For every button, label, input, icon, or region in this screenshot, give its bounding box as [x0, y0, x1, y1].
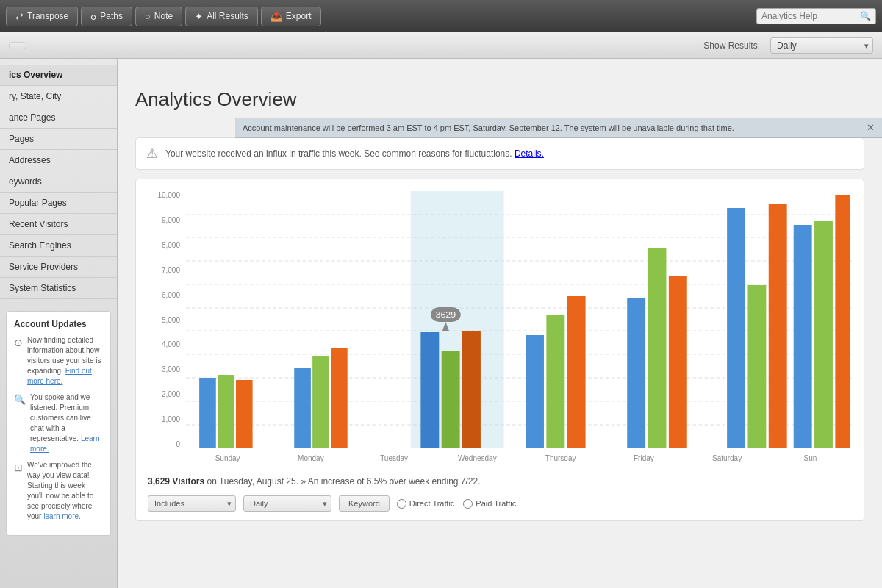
search-box: 🔍: [756, 8, 876, 24]
traffic-notice-text: Your website received an influx in traff…: [165, 148, 544, 159]
secondary-btn-1[interactable]: [9, 42, 26, 49]
y-label-5000: 5,000: [148, 316, 184, 324]
sidebar-item-keywords[interactable]: eywords: [0, 171, 117, 193]
bar-sat-unique: [814, 220, 833, 448]
bar-sat-returning: [835, 195, 850, 448]
bar-mon-returning: [331, 348, 348, 448]
update-text-1: Now finding detailed information about h…: [27, 335, 103, 387]
paid-traffic-radio[interactable]: [463, 499, 473, 509]
transpose-button[interactable]: ⇄ Transpose: [6, 7, 78, 26]
filter-includes-select[interactable]: Includes: [148, 495, 236, 512]
update-item-3: ⊡ We've improved the way you view data! …: [14, 460, 103, 522]
filter-keyword-button[interactable]: Keyword: [339, 495, 390, 512]
page-title: Analytics Overview: [135, 88, 864, 111]
bar-tue-unique: [442, 351, 460, 448]
update-item-2: 🔍 You spoke and we listened. Premium cus…: [14, 392, 103, 454]
y-label-0: 0: [148, 440, 184, 448]
update-icon-2: 🔍: [14, 393, 26, 454]
bar-thu-returning: [669, 276, 687, 448]
notification-text: Account maintenance will be performed 3 …: [243, 123, 734, 132]
top-toolbar: ⇄ Transpose ʊ Paths ○ Note ✦ All Results…: [0, 0, 882, 32]
svg-text:3629: 3629: [435, 310, 456, 319]
note-icon: ○: [145, 11, 151, 22]
bar-fri-unique: [747, 285, 766, 448]
x-label-sun2: Sun: [769, 450, 852, 470]
paths-button[interactable]: ʊ Paths: [81, 7, 132, 26]
export-label: Export: [286, 11, 312, 21]
sidebar-item-entrance[interactable]: ance Pages: [0, 107, 117, 129]
update-link-1[interactable]: Find out more here.: [27, 367, 92, 385]
sidebar-item-recent-visitors[interactable]: Recent Visitors: [0, 214, 117, 235]
x-label-sunday: Sunday: [186, 450, 269, 470]
filter-select-wrapper-1: Includes: [148, 495, 236, 512]
main-layout: ics Overview ry, State, City ance Pages …: [0, 59, 882, 588]
sidebar-item-service-providers[interactable]: Service Providers: [0, 257, 117, 278]
note-button[interactable]: ○ Note: [135, 7, 182, 26]
y-label-6000: 6,000: [148, 291, 184, 299]
update-text-3: We've improved the way you view data! St…: [27, 460, 103, 522]
bar-tue-returning: [462, 331, 481, 448]
bar-sun-unique: [218, 375, 234, 448]
bar-fri-visitors: [727, 208, 745, 448]
y-label-1000: 1,000: [148, 415, 184, 423]
sidebar-item-system-stats[interactable]: System Statistics: [0, 278, 117, 299]
sidebar-item-pages[interactable]: Pages: [0, 129, 117, 150]
note-label: Note: [154, 11, 173, 21]
update-text-2: You spoke and we listened. Premium custo…: [30, 392, 103, 454]
bar-wed-unique: [546, 315, 564, 448]
update-link-2[interactable]: Learn more.: [30, 434, 100, 453]
all-results-button[interactable]: ✦ All Results: [185, 7, 258, 26]
paths-icon: ʊ: [90, 11, 96, 22]
transpose-label: Transpose: [27, 11, 68, 21]
bar-sun-visitors: [199, 378, 216, 448]
all-results-icon: ✦: [195, 11, 203, 22]
export-button[interactable]: 📤 Export: [261, 7, 321, 26]
summary-date: on Tuesday, August 25. » An increase of …: [207, 476, 481, 487]
x-label-monday: Monday: [269, 450, 352, 470]
bar-sun-returning: [236, 380, 253, 448]
account-updates-title: Account Updates: [14, 319, 103, 329]
paths-label: Paths: [100, 11, 123, 21]
details-link[interactable]: Details.: [514, 148, 544, 159]
notification-close-button[interactable]: ✕: [867, 122, 875, 133]
transpose-icon: ⇄: [15, 11, 24, 22]
direct-traffic-label[interactable]: Direct Traffic: [397, 499, 455, 509]
filter-daily-select[interactable]: Daily: [243, 495, 331, 512]
export-icon: 📤: [270, 11, 282, 22]
filter-bar: Includes Daily Keyword Direct Traffic: [148, 490, 852, 514]
direct-traffic-radio[interactable]: [397, 499, 406, 509]
update-icon-1: ⊙: [14, 336, 23, 387]
warning-icon: ⚠: [146, 146, 158, 162]
search-input[interactable]: [761, 11, 857, 21]
show-results-select-wrapper: Daily: [770, 37, 873, 54]
show-results-select[interactable]: Daily: [770, 37, 873, 54]
x-label-wednesday: Wednesday: [436, 450, 519, 470]
traffic-type-radio-group: Direct Traffic Paid Traffic: [397, 499, 516, 509]
show-results-label: Show Results:: [703, 40, 760, 51]
bar-mon-unique: [312, 356, 329, 448]
sidebar-nav: ics Overview ry, State, City ance Pages …: [0, 65, 117, 299]
x-axis: Sunday Monday Tuesday Wednesday Thursday…: [186, 450, 852, 470]
y-axis: 0 1,000 2,000 3,000 4,000 5,000 6,000 7,…: [148, 191, 184, 448]
y-label-9000: 9,000: [148, 216, 184, 224]
all-results-label: All Results: [207, 11, 248, 21]
sidebar-item-search-engines[interactable]: Search Engines: [0, 235, 117, 257]
y-label-3000: 3,000: [148, 365, 184, 373]
sidebar-item-country[interactable]: ry, State, City: [0, 86, 117, 107]
x-label-saturday: Saturday: [686, 450, 769, 470]
y-label-2000: 2,000: [148, 390, 184, 398]
summary-visitors-count: 3,629 Visitors: [148, 476, 204, 487]
sidebar-item-overview[interactable]: ics Overview: [0, 65, 117, 86]
sidebar-item-popular[interactable]: Popular Pages: [0, 193, 117, 214]
y-label-4000: 4,000: [148, 340, 184, 348]
sidebar-item-addresses[interactable]: Addresses: [0, 150, 117, 171]
update-link-3[interactable]: learn more.: [43, 512, 81, 520]
secondary-toolbar: Show Results: Daily: [0, 32, 882, 59]
bar-thu-unique: [648, 248, 667, 448]
content-area: Account maintenance will be performed 3 …: [118, 59, 882, 588]
sidebar: ics Overview ry, State, City ance Pages …: [0, 59, 118, 588]
update-item-1: ⊙ Now finding detailed information about…: [14, 335, 103, 387]
paid-traffic-label[interactable]: Paid Traffic: [463, 499, 516, 509]
x-label-thursday: Thursday: [519, 450, 602, 470]
y-label-8000: 8,000: [148, 241, 184, 249]
